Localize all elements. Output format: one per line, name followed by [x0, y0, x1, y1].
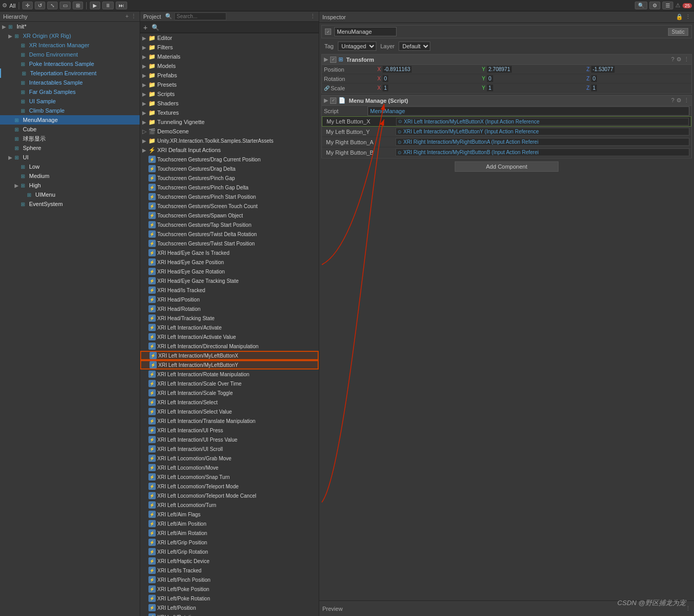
- input-action-left-grip-pos[interactable]: ⚡ XRI Left/Grip Position: [140, 538, 319, 547]
- folder-prefabs[interactable]: ▶ 📁 Prefabs: [140, 71, 319, 80]
- project-search-input[interactable]: [174, 12, 226, 20]
- input-action-left-teleport[interactable]: ⚡ XRI Left Locomotion/Teleport Mode: [140, 482, 319, 491]
- input-action-eye-rot[interactable]: ⚡ XRI Head/Eye Gaze Rotation: [140, 267, 319, 276]
- hierarchy-item-uimenu[interactable]: ⊞ UIMenu: [0, 190, 140, 199]
- rect-tool-btn[interactable]: ▭: [60, 2, 71, 9]
- input-action-left-buttonx[interactable]: ⚡ XRI Left Interaction/MyLeftButtonX: [140, 351, 319, 360]
- input-action-head-tracking[interactable]: ⚡ XRI Head/Tracking State: [140, 313, 319, 323]
- hierarchy-item-teleport[interactable]: ⊞ Teleportation Environment: [0, 69, 140, 78]
- input-action-tap-start[interactable]: ⚡ Touchscreen Gestures/Tap Start Positio…: [140, 220, 319, 229]
- field-value-buttony[interactable]: ⊙ XRI Left Interaction/MyLeftButtonY (In…: [396, 128, 689, 135]
- script-settings-icon[interactable]: ⚙: [676, 97, 682, 104]
- input-action-pinch-start[interactable]: ⚡ Touchscreen Gestures/Pinch Start Posit…: [140, 192, 319, 201]
- input-action-left-directional[interactable]: ⚡ XRI Left Interaction/Directional Manip…: [140, 341, 319, 351]
- field-value-buttona[interactable]: ⊙ XRI Right Interaction/MyRightButtonA (…: [396, 138, 689, 146]
- pause-btn[interactable]: ⏸: [102, 2, 114, 9]
- input-action-left-ui-scroll[interactable]: ⚡ XRI Left Interaction/UI Scroll: [140, 444, 319, 454]
- input-action-left-buttony[interactable]: ⚡ XRI Left Interaction/MyLeftButtonY: [140, 360, 319, 369]
- hierarchy-item-init[interactable]: ▶ ⊞ Init*: [0, 22, 140, 31]
- hierarchy-item-xr-interaction[interactable]: ⊞ XR Interaction Manager: [0, 40, 140, 50]
- transform-checkbox[interactable]: ✓: [330, 57, 336, 63]
- input-action-head-tracked[interactable]: ⚡ XRI Head/Is Tracked: [140, 285, 319, 295]
- input-action-head-pos[interactable]: ⚡ XRI Head/Position: [140, 295, 319, 304]
- inspector-menu-icon[interactable]: ⋮: [685, 13, 691, 20]
- add-component-button[interactable]: Add Component: [455, 161, 559, 172]
- input-action-pinch-gap[interactable]: ⚡ Touchscreen Gestures/Pinch Gap: [140, 173, 319, 183]
- input-action-head-rot[interactable]: ⚡ XRI Head/Rotation: [140, 304, 319, 313]
- input-action-left-select[interactable]: ⚡ XRI Left Interaction/Select: [140, 398, 319, 407]
- folder-editor[interactable]: ▶ 📁 Editor: [140, 33, 319, 43]
- hierarchy-item-far-grab[interactable]: ⊞ Far Grab Samples: [0, 87, 140, 97]
- hierarchy-item-cube[interactable]: ⊞ Cube: [0, 125, 140, 134]
- hierarchy-item-eventsystem[interactable]: ⊞ EventSystem: [0, 199, 140, 209]
- field-value-buttonx[interactable]: ⊙ XRI Left Interaction/MyLeftButtonX (In…: [396, 118, 689, 126]
- field-value-buttonb[interactable]: ⊙ XRI Right Interaction/MyRightButtonB (…: [396, 148, 689, 156]
- hierarchy-item-high[interactable]: ▶ ⊞ High: [0, 181, 140, 190]
- hierarchy-item-low[interactable]: ⊞ Low: [0, 162, 140, 171]
- input-action-pinch-gap-delta[interactable]: ⚡ Touchscreen Gestures/Pinch Gap Delta: [140, 183, 319, 192]
- input-action-left-position[interactable]: ⚡ XRI Left/Position: [140, 603, 319, 612]
- script-more-icon[interactable]: ⋮: [684, 97, 689, 104]
- folder-materials[interactable]: ▶ 📁 Materials: [140, 52, 319, 61]
- transform-arrow[interactable]: ▶: [324, 56, 328, 63]
- input-action-spawn-obj[interactable]: ⚡ Touchscreen Gestures/Spawn Object: [140, 211, 319, 220]
- unity-xr-item[interactable]: ▶ 📁 Unity.XR.Interaction.Toolkit.Samples…: [140, 136, 319, 145]
- folder-filters[interactable]: ▶ 📁 Filters: [140, 43, 319, 52]
- transform-help-icon[interactable]: ?: [671, 56, 674, 63]
- combined-tool-btn[interactable]: ⊞: [73, 2, 83, 9]
- folder-scripts[interactable]: ▶ 📁 Scripts: [140, 89, 319, 99]
- script-checkbox[interactable]: ✓: [330, 98, 336, 104]
- hierarchy-item-sphere-display[interactable]: ⊞ 球形显示: [0, 134, 140, 143]
- input-action-screen-touch[interactable]: ⚡ Touchscreen Gestures/Screen Touch Coun…: [140, 201, 319, 211]
- script-arrow[interactable]: ▶: [324, 97, 328, 104]
- input-action-drag-delta[interactable]: ⚡ Touchscreen Gestures/Drag Delta: [140, 164, 319, 173]
- hierarchy-menu-icon[interactable]: ⋮: [131, 13, 137, 20]
- transform-more-icon[interactable]: ⋮: [684, 56, 689, 63]
- input-action-left-is-tracked[interactable]: ⚡ XRI Left/Is Tracked: [140, 566, 319, 575]
- input-action-left-aim-flags[interactable]: ⚡ XRI Left/Aim Flags: [140, 510, 319, 519]
- input-action-left-select-val[interactable]: ⚡ XRI Left Interaction/Select Value: [140, 407, 319, 416]
- search-btn[interactable]: 🔍: [635, 2, 647, 9]
- input-action-twist-delta[interactable]: ⚡ Touchscreen Gestures/Twist Delta Rotat…: [140, 229, 319, 239]
- rotate-tool-btn[interactable]: ↺: [35, 2, 45, 9]
- folder-presets[interactable]: ▶ 📁 Presets: [140, 80, 319, 89]
- input-action-left-snap-turn[interactable]: ⚡ XRI Left Locomotion/Snap Turn: [140, 472, 319, 482]
- input-action-left-aim-rot[interactable]: ⚡ XRI Left/Aim Rotation: [140, 528, 319, 538]
- input-action-left-activate-val[interactable]: ⚡ XRI Left Interaction/Activate Value: [140, 332, 319, 341]
- input-action-twist-start[interactable]: ⚡ Touchscreen Gestures/Twist Start Posit…: [140, 239, 319, 248]
- folder-shaders[interactable]: ▶ 📁 Shaders: [140, 99, 319, 108]
- active-checkbox[interactable]: ✓: [325, 29, 331, 35]
- input-action-left-aim-pos[interactable]: ⚡ XRI Left/Aim Position: [140, 519, 319, 528]
- script-help-icon[interactable]: ?: [671, 97, 674, 104]
- input-action-left-haptic[interactable]: ⚡ XRI Left/Haptic Device: [140, 556, 319, 566]
- move-tool-btn[interactable]: ✛: [22, 2, 33, 9]
- input-action-left-teleport-cancel[interactable]: ⚡ XRI Left Locomotion/Teleport Mode Canc…: [140, 491, 319, 500]
- project-add-icon[interactable]: ⋮: [310, 13, 316, 20]
- preview-more-icon[interactable]: ⋮: [685, 605, 691, 612]
- hierarchy-item-sphere[interactable]: ⊞ Sphere: [0, 143, 140, 153]
- hierarchy-item-interactables[interactable]: ⊞ Interactables Sample: [0, 78, 140, 87]
- input-action-eye-tracking[interactable]: ⚡ XRI Head/Eye Gaze Tracking State: [140, 276, 319, 285]
- tag-select[interactable]: Untagged: [338, 42, 376, 51]
- hierarchy-item-menu-manage[interactable]: ⊞ MenuManage: [0, 115, 140, 125]
- input-action-left-rotation[interactable]: ⚡ XRI Left/Rotation: [140, 612, 319, 616]
- transform-settings-icon[interactable]: ⚙: [676, 56, 682, 63]
- input-action-left-turn[interactable]: ⚡ XRI Left Locomotion/Turn: [140, 500, 319, 510]
- demoscene-item[interactable]: ▷ 🎬 DemoScene: [140, 127, 319, 136]
- xri-default-section[interactable]: ▶ ⚡ XRI Default Input Actions: [140, 145, 319, 155]
- scale-tool-btn[interactable]: ⤡: [47, 2, 58, 9]
- input-action-left-pinch[interactable]: ⚡ XRI Left/Pinch Position: [140, 575, 319, 584]
- input-action-left-poke-rot[interactable]: ⚡ XRI Left/Poke Rotation: [140, 594, 319, 603]
- hierarchy-add-icon[interactable]: +: [126, 13, 129, 20]
- hierarchy-item-medium[interactable]: ⊞ Medium: [0, 171, 140, 181]
- hierarchy-item-poke[interactable]: ⊞ Poke Interactions Sample: [0, 59, 140, 69]
- hierarchy-item-xr-origin[interactable]: ▶ ⊞ XR Origin (XR Rig): [0, 31, 140, 40]
- play-btn[interactable]: ▶: [90, 2, 100, 9]
- input-action-left-poke-pos[interactable]: ⚡ XRI Left/Poke Position: [140, 584, 319, 594]
- input-action-left-ui-press[interactable]: ⚡ XRI Left Interaction/UI Press: [140, 426, 319, 435]
- gameobject-name-input[interactable]: [334, 27, 397, 36]
- input-action-left-ui-press-val[interactable]: ⚡ XRI Left Interaction/UI Press Value: [140, 435, 319, 444]
- lock-icon[interactable]: 🔒: [676, 13, 683, 20]
- folder-textures[interactable]: ▶ 📁 Textures: [140, 108, 319, 117]
- folder-tunneling[interactable]: ▶ 📁 Tunneling Vignette: [140, 117, 319, 127]
